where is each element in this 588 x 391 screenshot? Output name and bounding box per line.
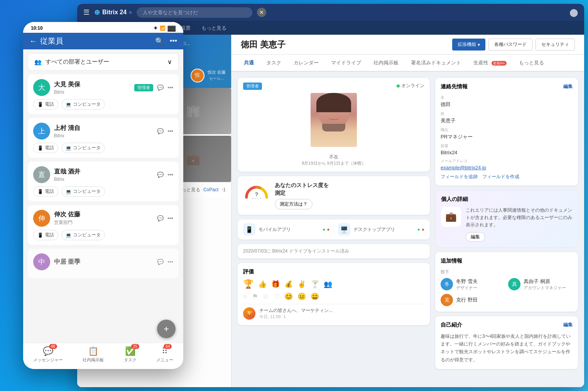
coin-icon[interactable]: 💰 [284, 280, 293, 288]
expand-features-button[interactable]: 拡張機能 ▾ [452, 39, 485, 51]
tab-tasks[interactable]: タスク [260, 55, 287, 72]
phone-button[interactable]: 📱 電話 [33, 99, 58, 110]
emoji-icon[interactable]: 😊 [284, 292, 293, 301]
phone-button[interactable]: 📱 電話 [33, 230, 58, 240]
computer-button[interactable]: 💻 コンピュータ [61, 230, 105, 240]
smile-icon[interactable]: 😄 [311, 292, 319, 301]
list-item[interactable]: 伸 伸次 佐藤 営業部門 💬 ••• 📱 電話 💻 コンピュー [28, 205, 179, 245]
tab-calendar[interactable]: カレンダー [287, 55, 325, 72]
bio-edit-button[interactable]: 編集 [563, 322, 573, 329]
install-text: 2020/07/03に Bitrix24 ドライブをインストール済み [243, 248, 349, 254]
trophy-icon[interactable]: 🏆 [243, 279, 253, 289]
search-input[interactable] [137, 7, 252, 18]
hair-bottom [322, 124, 345, 131]
tab-mydrive[interactable]: マイドライブ [325, 55, 367, 72]
message-icon[interactable]: 💬 [157, 172, 164, 178]
admin-badge: 管理者 [243, 83, 262, 90]
avatar: 克 [441, 294, 453, 306]
copact-link[interactable]: CoPact [203, 187, 218, 192]
search-icon[interactable]: 🔍 [155, 37, 164, 46]
message-icon[interactable]: 💬 [157, 259, 164, 265]
more-icon[interactable]: ••• [167, 259, 173, 265]
avatar: 冬 [441, 278, 453, 290]
tab-more[interactable]: もっと見る [197, 22, 231, 35]
thumbs-up-icon[interactable]: 👍 [258, 280, 267, 288]
star-icon[interactable]: ☆ [263, 292, 269, 301]
password-button[interactable]: 各種パスワード [488, 39, 532, 51]
online-dot [397, 84, 400, 88]
contact-edit-button[interactable]: 編集 [563, 83, 573, 90]
close-button[interactable]: ✕ [257, 8, 266, 17]
circle-icon[interactable]: ○ [243, 293, 247, 301]
tasks-label: タスク [124, 357, 137, 363]
tab-common[interactable]: 共通 [238, 55, 260, 72]
subordinates-label: 部下 [441, 269, 573, 275]
computer-button[interactable]: 💻 コンピュータ [61, 99, 105, 110]
tasks-icon: ✅ 25 [125, 346, 135, 356]
evaluation-card: 評価 🏆 👍 🎁 💰 ✌️ 🍸 👥 ○ ⚑ [238, 263, 430, 325]
photo-face [311, 93, 357, 147]
measure-button[interactable]: 測定方法は？ [275, 199, 313, 209]
mobile-frame: 10:10 ✶ 📶 ▓▓ ← 従業員 🔍 ••• 👥 すべての部署とユーザー ∨ [23, 22, 183, 369]
more-icon[interactable]: ••• [167, 84, 173, 91]
person-name: 惊次 佐藤 [208, 69, 226, 76]
group-icon[interactable]: 👥 [324, 280, 332, 288]
heart-icon[interactable]: ♡ [274, 292, 280, 301]
list-item[interactable]: 上 上村 清自 Bitrix 💬 ••• 📱 電話 💻 コンピ [28, 118, 179, 158]
more-icon[interactable]: ••• [167, 128, 173, 134]
tab-more[interactable]: もっと見る [513, 55, 550, 72]
email-value[interactable]: example@bitrix24.jp [441, 165, 573, 170]
personal-edit-button[interactable]: 編集 [466, 232, 485, 242]
field-label: メールアドレス [441, 158, 573, 164]
install-info: 2020/07/03に Bitrix24 ドライブをインストール済み [238, 244, 430, 258]
mobile-nav: ← 従業員 🔍 ••• [23, 33, 183, 49]
computer-button[interactable]: 💻 コンピュータ [61, 186, 105, 197]
face-icon[interactable]: 😐 [297, 292, 306, 301]
nav-messenger[interactable]: 💬 48 メッセンジャー [33, 346, 63, 363]
evaluation-icons: 🏆 👍 🎁 💰 ✌️ 🍸 👥 [243, 279, 424, 289]
hamburger-icon[interactable]: ☰ [83, 8, 90, 17]
active-dot: ● [323, 227, 325, 232]
security-button[interactable]: セキュリティ [536, 39, 575, 51]
hair-top [316, 93, 351, 112]
nav-menu[interactable]: ⠿ 64 メニュー [156, 346, 173, 363]
list-item[interactable]: 中 中居 亜季 💬 ••• [28, 249, 179, 278]
message-icon[interactable]: 💬 [157, 84, 164, 91]
personal-title: 個人の詳細 [441, 196, 572, 203]
more-icon[interactable]: ••• [167, 172, 173, 178]
message-icon[interactable]: 💬 [157, 128, 164, 134]
computer-icon: 💻 [66, 233, 71, 238]
mobile-time: 10:10 [31, 25, 43, 31]
phone-button[interactable]: 📱 電話 [33, 143, 58, 153]
create-field-link[interactable]: フィールドを作成 [482, 174, 519, 180]
more-options-icon[interactable]: ••• [170, 37, 177, 46]
phone-button[interactable]: 📱 電話 [33, 186, 58, 197]
more-icon[interactable]: ••• [167, 215, 173, 221]
nav-board[interactable]: 📋 社内掲示板 [83, 346, 104, 363]
message-icon[interactable]: 💬 [157, 215, 164, 221]
tab-board[interactable]: 社内掲示板 [367, 55, 405, 72]
sub-role: デザイナー [456, 285, 478, 291]
department-label: すべての部署とユーザー [46, 58, 109, 66]
tab-productivity[interactable]: 生産性 新着9% [467, 55, 513, 72]
online-status: オンライン [397, 83, 424, 89]
desktop-icon: 🖥️ [338, 223, 350, 236]
mobile-app-label: モバイルアプリ [259, 226, 291, 233]
list-item[interactable]: 大 大見 美保 Bitrix 管理者 💬 ••• 📱 電話 💻 [28, 74, 179, 114]
gift-icon[interactable]: 🎁 [271, 280, 280, 288]
back-button[interactable]: ← [29, 37, 37, 46]
dropdown-icon: ▾ [478, 42, 480, 47]
computer-button[interactable]: 💻 コンピュータ [61, 143, 105, 153]
department-selector[interactable]: 👥 すべての部署とユーザー ∨ [28, 53, 179, 71]
tab-signed-docs[interactable]: 署名済みドキュメント [405, 55, 467, 72]
victory-icon[interactable]: ✌️ [297, 280, 306, 288]
cocktail-icon[interactable]: 🍸 [311, 280, 319, 288]
mobile-app-item: 📱 モバイルアプリ ● ● [243, 223, 330, 236]
track-field-link[interactable]: フィールドを追跡 [441, 174, 478, 180]
flag-icon[interactable]: ⚑ [252, 292, 258, 301]
personal-details-card: 個人の詳細 💼 これエリアには人事関連情報とその他のドキュメントが含まれます。必… [435, 190, 578, 248]
list-item[interactable]: 直 直哉 酒井 Bitrix 💬 ••• 📱 電話 💻 コンピ [28, 162, 179, 201]
add-button[interactable]: + [157, 320, 176, 338]
nav-tasks[interactable]: ✅ 25 タスク [124, 346, 137, 363]
profile-left-column: 管理者 オンライン [238, 78, 430, 369]
